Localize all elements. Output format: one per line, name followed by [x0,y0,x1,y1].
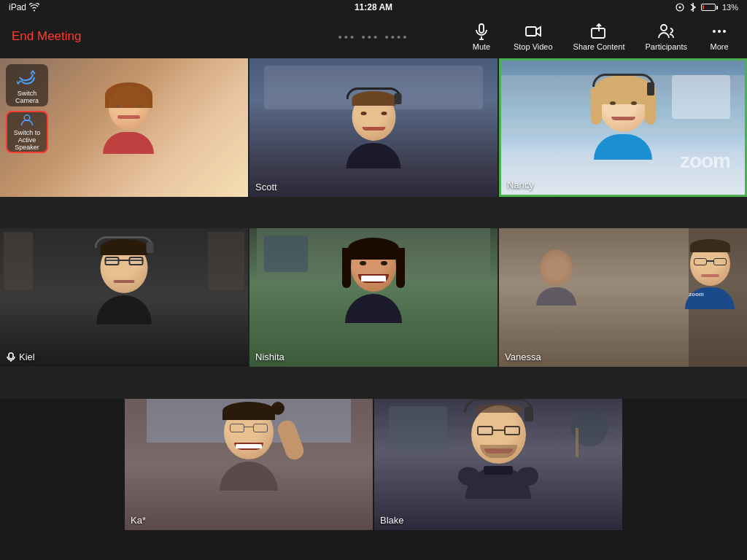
svg-rect-6 [592,28,605,38]
vanessa-person-bg [536,249,576,306]
more-button[interactable]: More [697,18,741,55]
video-cell-scott: Scott [249,58,498,197]
video-icon [525,23,542,40]
mute-label: Mute [473,42,490,51]
blake-person [465,405,531,499]
self-person [99,86,158,152]
stop-video-button[interactable]: Stop Video [503,18,563,55]
kiel-mic-icon [6,352,16,362]
zoom-bg-logo: zoom [680,149,730,173]
share-content-label: Share Content [573,42,625,51]
status-time: 11:28 AM [355,2,392,12]
video-cell-vanessa: zoom Vanessa [499,228,747,367]
kiel-person [97,242,152,324]
mic-icon [473,23,490,40]
kat-label: Ka* [131,515,146,526]
svg-rect-12 [9,353,13,359]
nancy-person [594,81,652,160]
battery-percent: 13% [722,3,738,12]
nishita-label: Nishita [255,351,285,362]
wifi-icon [29,3,39,12]
svg-point-7 [661,25,667,31]
video-cell-kat: Ka* [125,399,373,530]
nishita-person [345,242,402,323]
status-right: 13% [675,2,738,12]
main-toolbar: End Meeting ••• ••• •••• Mute Stop Video [0,15,747,58]
battery-indicator [701,4,718,11]
scott-person [347,93,401,168]
toolbar-right: Mute Stop Video Share Content [460,18,741,55]
more-label: More [710,42,728,51]
video-cell-self: Switch Camera Switch toActive Speaker [0,58,248,197]
video-grid: Switch Camera Switch toActive Speaker [0,58,747,560]
share-content-button[interactable]: Share Content [563,18,635,55]
bluetooth-icon [689,2,697,12]
stop-video-label: Stop Video [514,42,553,51]
participants-label: Participants [646,42,687,51]
video-cell-blake: Blake [374,399,622,530]
switch-camera-icon [17,67,37,88]
participants-button[interactable]: Participants [635,18,697,55]
switch-camera-label: Switch Camera [6,90,48,104]
kat-person [220,405,278,491]
nancy-label: Nancy [507,179,534,190]
participants-icon [657,23,675,40]
svg-point-10 [723,30,726,33]
svg-point-9 [718,30,721,33]
svg-rect-2 [479,24,484,33]
row3-wrapper: Ka* [0,399,747,560]
device-label: iPad [9,2,26,12]
svg-rect-5 [526,27,536,36]
toolbar-left: End Meeting [6,26,87,47]
kiel-label: Kiel [6,351,35,362]
switch-camera-button[interactable]: Switch Camera [6,64,48,106]
meeting-id: ••• ••• •••• [338,31,409,43]
video-cell-nancy: zoom Nancy [499,58,747,197]
end-meeting-button[interactable]: End Meeting [6,26,87,47]
svg-point-8 [713,30,716,33]
switch-active-speaker-button[interactable]: Switch toActive Speaker [6,111,48,153]
status-left: iPad [9,2,39,12]
camera-controls: Switch Camera Switch toActive Speaker [6,64,48,153]
more-icon [711,23,728,40]
mute-button[interactable]: Mute [460,18,503,55]
airdrop-icon [675,2,685,12]
status-bar: iPad 11:28 AM 13% [0,0,747,15]
scott-label: Scott [255,182,277,192]
active-speaker-icon [17,112,37,128]
share-icon [590,23,608,40]
vanessa-label: Vanessa [505,351,541,362]
video-cell-nishita: Nishita [249,228,498,367]
svg-point-1 [678,7,681,9]
vanessa-person-fg: zoom [685,242,735,309]
blake-label: Blake [380,515,404,526]
switch-active-speaker-label: Switch toActive Speaker [7,130,47,152]
video-cell-kiel: Kiel [0,228,248,367]
